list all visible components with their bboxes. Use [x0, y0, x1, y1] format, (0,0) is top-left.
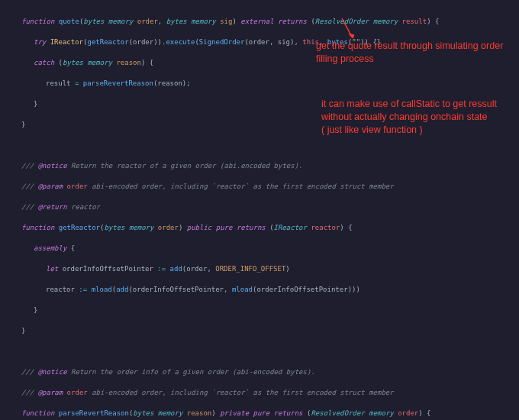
annotation-text-1: get the quote result through simulating …: [316, 40, 507, 66]
annotation-text-2: it can make use of callStatic to get res…: [321, 98, 508, 137]
code-editor: function quote(bytes memory order, bytes…: [9, 6, 519, 420]
